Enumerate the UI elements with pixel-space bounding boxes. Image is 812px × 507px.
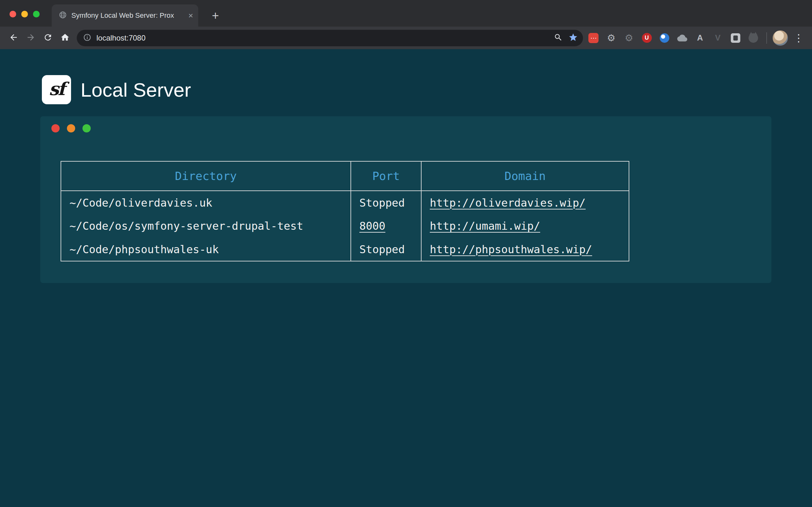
tab-close-icon[interactable]: × — [189, 11, 193, 20]
directory-cell: ~/Code/oliverdavies.uk — [61, 191, 351, 214]
toolbar-divider — [766, 32, 767, 44]
symfony-logo: sf — [42, 75, 71, 104]
extension-ublock-icon[interactable]: U — [641, 33, 652, 43]
domain-link[interactable]: http://phpsouthwales.wip/ — [430, 243, 592, 256]
port-cell: Stopped — [351, 191, 421, 214]
globe-favicon-icon — [59, 11, 67, 20]
address-bar[interactable]: localhost:7080 — [77, 30, 583, 46]
port-link[interactable]: 8000 — [359, 220, 386, 232]
window-close-button[interactable] — [9, 11, 16, 17]
extension-blue-icon[interactable] — [659, 33, 670, 43]
extension-cloud-icon[interactable] — [677, 33, 688, 43]
extension-dots-icon[interactable]: ⋯ — [588, 33, 599, 43]
column-header-directory: Directory — [61, 161, 351, 191]
browser-window: Symfony Local Web Server: Prox × + — [0, 0, 812, 507]
tab-strip: Symfony Local Web Server: Prox × + — [0, 0, 812, 26]
panel-green-dot-icon — [83, 124, 91, 132]
panel-orange-dot-icon — [67, 124, 75, 132]
reload-button[interactable] — [39, 30, 56, 47]
domain-link[interactable]: http://oliverdavies.wip/ — [430, 196, 586, 209]
brand-header: sf Local Server — [0, 49, 812, 104]
directory-cell: ~/Code/os/symfony-server-drupal-test — [61, 214, 351, 238]
extension-a-icon[interactable]: A — [695, 33, 705, 43]
url-text[interactable]: localhost:7080 — [96, 34, 554, 43]
window-controls — [9, 11, 40, 17]
bookmark-star-icon[interactable] — [568, 33, 578, 43]
server-panel: Directory Port Domain ~/Code/oliverdavie… — [40, 116, 771, 283]
domain-link[interactable]: http://umami.wip/ — [430, 220, 540, 232]
home-icon — [60, 33, 70, 43]
home-button[interactable] — [56, 30, 73, 47]
extension-v-icon[interactable]: V — [712, 33, 723, 43]
back-button[interactable] — [5, 30, 22, 47]
port-cell: Stopped — [351, 238, 421, 261]
browser-tab[interactable]: Symfony Local Web Server: Prox × — [52, 4, 198, 26]
extension-gear-dark-icon[interactable]: ⚙ — [623, 33, 635, 43]
window-zoom-button[interactable] — [33, 11, 40, 17]
reload-icon — [43, 33, 53, 43]
tab-title: Symfony Local Web Server: Prox — [71, 11, 186, 20]
omnibox-right-icons — [554, 33, 578, 43]
zoom-icon[interactable] — [554, 33, 563, 43]
table-row: ~/Code/phpsouthwales-uk Stopped http://p… — [61, 238, 629, 261]
extension-github-icon[interactable] — [748, 33, 759, 43]
servers-table: Directory Port Domain ~/Code/oliverdavie… — [61, 161, 629, 262]
browser-menu-icon[interactable]: ⋮ — [794, 33, 804, 43]
back-icon — [9, 33, 18, 43]
column-header-domain: Domain — [421, 161, 629, 191]
domain-cell: http://phpsouthwales.wip/ — [421, 238, 629, 261]
info-icon[interactable] — [83, 33, 91, 43]
extension-grid-icon[interactable] — [730, 33, 741, 43]
page-content: sf Local Server Directory Port Domain — [0, 49, 812, 507]
panel-window-dots — [51, 124, 91, 132]
extensions-bar: ⋯ ⚙ ⚙ U A V — [588, 33, 759, 43]
panel-red-dot-icon — [51, 124, 60, 132]
profile-avatar[interactable] — [773, 31, 788, 46]
symfony-logo-text: sf — [49, 78, 64, 101]
domain-cell: http://oliverdavies.wip/ — [421, 191, 629, 214]
table-row: ~/Code/oliverdavies.uk Stopped http://ol… — [61, 191, 629, 214]
browser-toolbar: localhost:7080 ⋯ ⚙ ⚙ U A V — [0, 26, 812, 49]
domain-cell: http://umami.wip/ — [421, 214, 629, 238]
forward-button[interactable] — [22, 30, 39, 47]
directory-cell: ~/Code/phpsouthwales-uk — [61, 238, 351, 261]
column-header-port: Port — [351, 161, 421, 191]
port-cell: 8000 — [351, 214, 421, 238]
table-header-row: Directory Port Domain — [61, 161, 629, 191]
extension-gear-icon[interactable]: ⚙ — [606, 33, 617, 43]
window-minimize-button[interactable] — [21, 11, 28, 17]
new-tab-button[interactable]: + — [207, 7, 224, 24]
forward-icon — [26, 33, 36, 43]
page-title: Local Server — [81, 78, 191, 101]
table-row: ~/Code/os/symfony-server-drupal-test 800… — [61, 214, 629, 238]
